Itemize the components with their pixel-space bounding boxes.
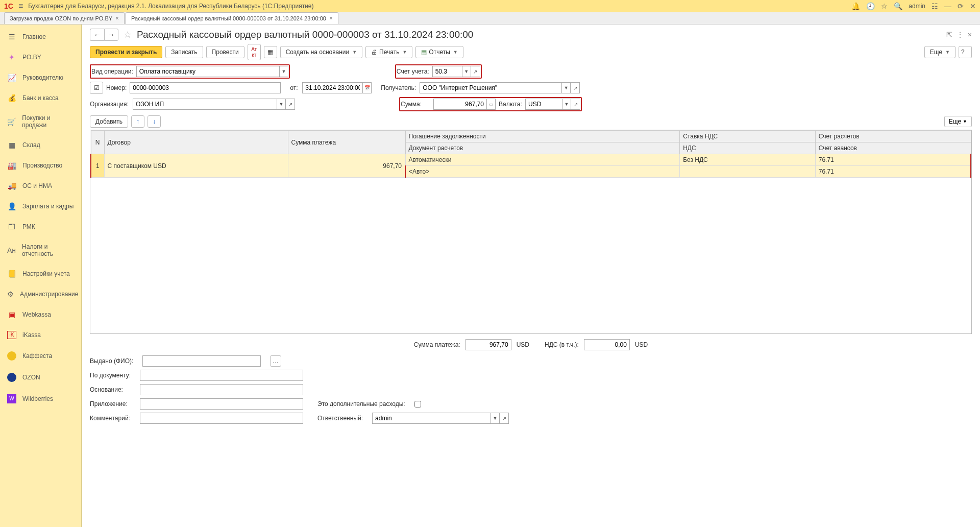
cell-vat[interactable] (680, 166, 816, 178)
calendar-icon[interactable]: 📅 (362, 82, 372, 93)
print-button[interactable]: 🖨Печать▼ (365, 46, 412, 58)
attachment-input[interactable] (140, 398, 303, 410)
favorite-star-icon[interactable]: ☆ (124, 29, 132, 40)
sidebar-item-production[interactable]: 🏭Производство (0, 155, 81, 176)
sidebar-item-kaffesta[interactable]: Каффеста (0, 345, 81, 367)
account-dropdown[interactable]: ▼ (462, 66, 471, 77)
sidebar-item-admin[interactable]: ⚙Администрирование (0, 284, 81, 304)
currency-input[interactable] (525, 99, 562, 110)
col-vat-rate[interactable]: Ставка НДС (680, 131, 816, 142)
col-contract[interactable]: Договор (104, 131, 288, 154)
table-more-button[interactable]: Еще▼ (944, 116, 972, 127)
col-advance-acc[interactable]: Счет авансов (815, 142, 971, 154)
org-open-icon[interactable]: ↗ (286, 99, 295, 110)
nav-forward-button[interactable]: → (104, 29, 118, 41)
col-n[interactable]: N (91, 131, 104, 154)
post-and-close-button[interactable]: Провести и закрыть (90, 46, 162, 58)
star-icon[interactable]: ☆ (881, 2, 888, 10)
calculator-icon[interactable]: ▭ (486, 99, 496, 110)
search-icon[interactable]: 🔍 (894, 2, 902, 10)
cell-contract[interactable]: С поставщиком USD (104, 154, 288, 178)
add-row-button[interactable]: Добавить (90, 115, 128, 128)
tab-ozon-load[interactable]: Загрузка продаж OZON по дням PO.BY × (4, 12, 125, 24)
sidebar-item-manager[interactable]: 📈Руководителю (0, 67, 81, 88)
sidebar-item-salary[interactable]: 👤Зарплата и кадры (0, 196, 81, 217)
by-doc-input[interactable] (140, 370, 303, 381)
create-based-button[interactable]: Создать на основании▼ (280, 46, 362, 58)
structure-button[interactable]: ▦ (264, 46, 277, 58)
tab-close-icon[interactable]: × (115, 15, 119, 22)
responsible-open-icon[interactable]: ↗ (500, 413, 509, 424)
dtkt-button[interactable]: Аткт (248, 44, 261, 60)
minimize-icon[interactable]: — (944, 2, 951, 10)
operation-type-dropdown[interactable]: ▼ (279, 66, 288, 77)
sidebar-item-ozon[interactable]: OZON (0, 367, 81, 388)
col-repayment[interactable]: Погашение задолженности (405, 131, 680, 142)
col-settle-acc[interactable]: Счет расчетов (815, 131, 971, 142)
col-vat[interactable]: НДС (680, 142, 816, 154)
tab-close-icon[interactable]: × (329, 15, 333, 22)
sidebar-item-acc-settings[interactable]: 📒Настройки учета (0, 264, 81, 284)
restore-icon[interactable]: ⟳ (958, 2, 964, 10)
nav-back-button[interactable]: ← (90, 29, 104, 41)
cell-doc[interactable]: <Авто> (405, 166, 680, 178)
cell-vat-rate[interactable]: Без НДС (680, 154, 816, 166)
sidebar-item-poby[interactable]: ✦PO.BY (0, 47, 81, 67)
sidebar-item-warehouse[interactable]: ▦Склад (0, 135, 81, 155)
tab-cash-order[interactable]: Расходный кассовый ордер валютный 0000-0… (126, 12, 338, 24)
responsible-input[interactable] (372, 413, 491, 424)
move-down-button[interactable]: ↓ (148, 115, 161, 128)
cell-advance-acc[interactable]: 76.71 (815, 166, 971, 178)
sidebar-item-sales[interactable]: 🛒Покупки и продажи (0, 108, 81, 135)
sidebar-item-wildberries[interactable]: WWildberries (0, 388, 81, 410)
sidebar-item-webkassa[interactable]: ▣Webkassa (0, 304, 81, 325)
settings-bars-icon[interactable]: ☷ (932, 2, 938, 10)
page-menu-icon[interactable]: ⋮ (957, 31, 964, 39)
sum-input[interactable] (433, 99, 486, 110)
number-auto-button[interactable]: ☑ (90, 82, 103, 94)
cell-amount[interactable]: 967,70 (288, 154, 405, 178)
history-icon[interactable]: 🕘 (866, 2, 875, 10)
responsible-dropdown[interactable]: ▼ (491, 413, 500, 424)
cell-repayment[interactable]: Автоматически (405, 154, 680, 166)
currency-open-icon[interactable]: ↗ (571, 99, 580, 110)
operation-type-input[interactable] (136, 66, 279, 77)
basis-input[interactable] (140, 384, 303, 395)
write-button[interactable]: Записать (165, 46, 203, 58)
org-dropdown[interactable]: ▼ (277, 99, 286, 110)
sidebar-item-main[interactable]: ☰Главное (0, 27, 81, 47)
sidebar-item-ikassa[interactable]: iKiKassa (0, 325, 81, 345)
number-input[interactable] (130, 82, 281, 93)
open-window-icon[interactable]: ⇱ (946, 31, 952, 39)
comment-input[interactable] (140, 413, 303, 424)
current-user[interactable]: admin (909, 3, 925, 10)
account-input[interactable] (432, 66, 462, 77)
move-up-button[interactable]: ↑ (131, 115, 144, 128)
sidebar-item-os-nma[interactable]: 🚚ОС и НМА (0, 176, 81, 196)
account-open-icon[interactable]: ↗ (471, 66, 480, 77)
issued-select-button[interactable]: … (270, 355, 281, 367)
payment-sum-field[interactable] (465, 339, 511, 350)
vat-total-field[interactable] (584, 339, 630, 350)
recipient-open-icon[interactable]: ↗ (571, 82, 580, 93)
hamburger-icon[interactable]: ≡ (18, 2, 23, 11)
extra-costs-checkbox[interactable] (414, 401, 421, 408)
sidebar-item-rmk[interactable]: 🗔РМК (0, 217, 81, 237)
recipient-input[interactable] (420, 82, 561, 93)
date-input[interactable] (302, 82, 362, 93)
col-doc[interactable]: Документ расчетов (405, 142, 680, 154)
org-input[interactable] (133, 99, 277, 110)
sidebar-item-bank[interactable]: 💰Банк и касса (0, 88, 81, 108)
col-amount[interactable]: Сумма платежа (288, 131, 405, 154)
bell-icon[interactable]: 🔔 (851, 2, 860, 10)
table-row[interactable]: 1 С поставщиком USD 967,70 Автоматически… (91, 154, 971, 166)
toolbar-more-button[interactable]: Еще▼ (924, 46, 955, 58)
issued-input[interactable] (142, 355, 261, 367)
reports-button[interactable]: ▤Отчеты▼ (415, 46, 463, 58)
sidebar-item-taxes[interactable]: АнНалоги и отчетность (0, 237, 81, 264)
help-button[interactable]: ? (959, 46, 972, 58)
post-button[interactable]: Провести (206, 46, 244, 58)
page-close-icon[interactable]: × (968, 31, 972, 39)
cell-settle-acc[interactable]: 76.71 (815, 154, 971, 166)
currency-dropdown[interactable]: ▼ (562, 99, 571, 110)
